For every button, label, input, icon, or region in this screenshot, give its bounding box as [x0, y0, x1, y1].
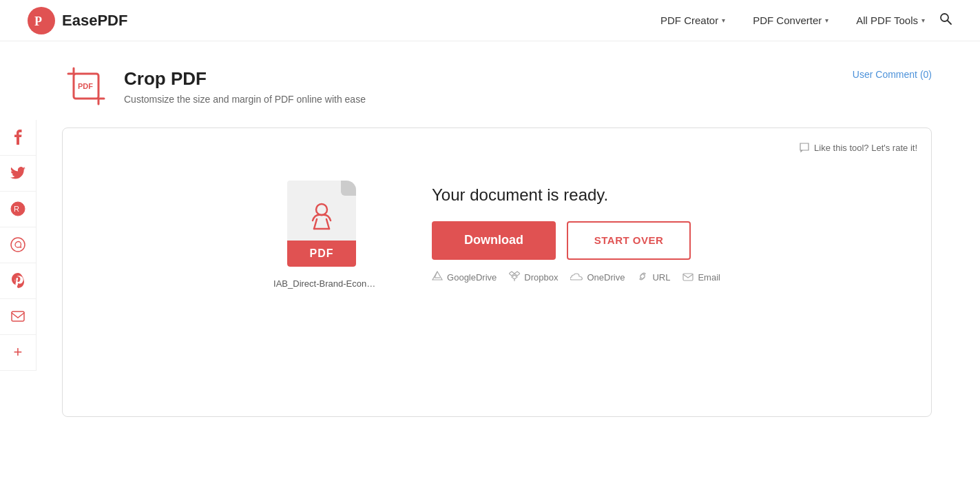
svg-point-7: [11, 238, 25, 252]
svg-point-15: [316, 204, 327, 215]
rate-link[interactable]: Like this tool? Let's rate it!: [799, 142, 917, 153]
onedrive-label: OneDrive: [587, 272, 625, 283]
nav-pdf-creator-chevron: ▾: [722, 17, 725, 24]
nav-pdf-converter-chevron: ▾: [825, 17, 828, 24]
google-drive-share[interactable]: GoogleDrive: [432, 271, 497, 285]
pdf-filename: IAB_Direct-Brand-Economy-20...: [273, 278, 377, 289]
svg-marker-19: [509, 272, 514, 276]
page-title-area: Crop PDF Customsize the size and margin …: [124, 68, 366, 105]
svg-line-18: [435, 272, 437, 278]
search-icon[interactable]: [939, 12, 952, 29]
download-button[interactable]: Download: [432, 221, 556, 260]
page-header-left: PDF Crop PDF Customsize the size and mar…: [62, 62, 366, 110]
google-drive-label: GoogleDrive: [447, 272, 497, 283]
svg-text:R: R: [14, 205, 19, 213]
start-over-button[interactable]: START OVER: [567, 221, 691, 260]
nav-all-pdf-tools-label: All PDF Tools: [856, 14, 918, 26]
header: P EasePDF PDF Creator ▾ PDF Converter ▾ …: [0, 0, 980, 41]
svg-marker-16: [432, 272, 442, 280]
google-drive-icon: [432, 271, 443, 285]
svg-marker-21: [512, 275, 517, 279]
twitter-share-button[interactable]: [0, 156, 36, 192]
logo-icon: P: [28, 7, 55, 34]
onedrive-share[interactable]: OneDrive: [570, 272, 625, 284]
svg-rect-8: [12, 312, 24, 321]
nav-pdf-converter-label: PDF Converter: [753, 14, 822, 26]
logo-area: P EasePDF: [28, 7, 127, 34]
share-options: GoogleDrive Dropbox: [432, 271, 720, 285]
facebook-share-button[interactable]: [0, 120, 36, 156]
page-title: Crop PDF: [124, 68, 366, 90]
url-icon: [637, 271, 648, 285]
dropbox-icon: [509, 271, 520, 285]
svg-line-3: [948, 21, 952, 25]
tool-area: Like this tool? Let's rate it!: [62, 127, 932, 417]
ready-text: Your document is ready.: [432, 185, 720, 205]
nav-all-pdf-tools[interactable]: All PDF Tools ▾: [856, 14, 925, 26]
pdf-file-preview: PDF IAB_Direct-Brand-Economy-20...: [273, 181, 377, 289]
social-sidebar: R +: [0, 120, 37, 371]
more-share-button[interactable]: +: [0, 335, 36, 371]
whatsapp-share-button[interactable]: [0, 227, 36, 263]
rate-link-row: Like this tool? Let's rate it!: [76, 142, 917, 153]
svg-rect-23: [683, 274, 693, 280]
action-buttons: Download START OVER: [432, 221, 720, 260]
url-share[interactable]: URL: [637, 271, 670, 285]
nav-pdf-creator-label: PDF Creator: [660, 14, 718, 26]
onedrive-icon: [570, 272, 583, 284]
svg-text:PDF: PDF: [78, 82, 93, 90]
acrobat-symbol: [304, 200, 339, 243]
logo-text: EasePDF: [62, 12, 127, 30]
svg-text:P: P: [34, 14, 42, 28]
page-header: PDF Crop PDF Customsize the size and mar…: [62, 62, 932, 110]
nav-all-pdf-tools-chevron: ▾: [921, 17, 925, 24]
result-area: PDF IAB_Direct-Brand-Economy-20... Your …: [76, 167, 917, 316]
pdf-icon: PDF: [287, 181, 363, 270]
email-share-label: Email: [698, 272, 720, 283]
main-nav: PDF Creator ▾ PDF Converter ▾ All PDF To…: [660, 14, 925, 26]
email-share-button[interactable]: [0, 299, 36, 335]
main-content: PDF Crop PDF Customsize the size and mar…: [0, 41, 980, 438]
pinterest-share-button[interactable]: [0, 263, 36, 299]
nav-pdf-creator[interactable]: PDF Creator ▾: [660, 14, 725, 26]
dropbox-share[interactable]: Dropbox: [509, 271, 558, 285]
nav-pdf-converter[interactable]: PDF Converter ▾: [753, 14, 828, 26]
svg-marker-20: [514, 272, 520, 276]
url-label: URL: [652, 272, 670, 283]
email-share-icon: [682, 272, 694, 284]
page-subtitle: Customsize the size and margin of PDF on…: [124, 94, 366, 105]
user-comment-link[interactable]: User Comment (0): [853, 69, 932, 80]
rate-link-text: Like this tool? Let's rate it!: [814, 143, 917, 153]
pdf-badge: PDF: [287, 241, 356, 267]
crop-pdf-icon: PDF: [62, 62, 110, 110]
paper-background: PDF: [287, 181, 356, 267]
reddit-share-button[interactable]: R: [0, 192, 36, 227]
email-share[interactable]: Email: [682, 272, 720, 284]
pdf-label: PDF: [310, 247, 334, 260]
dropbox-label: Dropbox: [524, 272, 558, 283]
action-area: Your document is ready. Download START O…: [432, 185, 720, 285]
